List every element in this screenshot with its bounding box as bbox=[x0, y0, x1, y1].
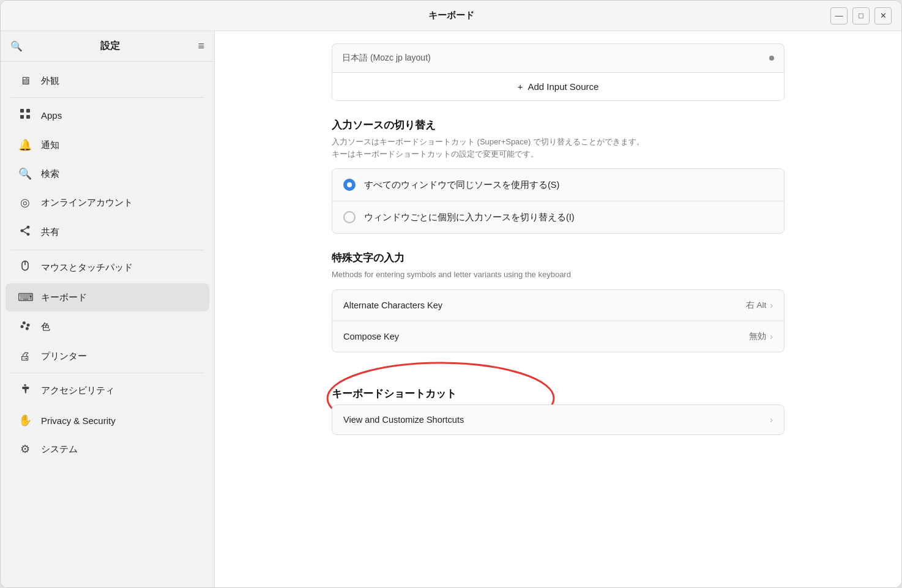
compose-key-label: Compose Key bbox=[343, 332, 399, 341]
mouse-icon bbox=[18, 260, 32, 275]
sidebar-item-accessibility[interactable]: アクセシビリティ bbox=[6, 376, 209, 406]
sidebar-item-label: システム bbox=[41, 444, 78, 455]
sidebar-item-label: Apps bbox=[41, 110, 62, 121]
special-chars-card: Alternate Characters Key 右 Alt › Compose… bbox=[332, 289, 785, 352]
svg-point-8 bbox=[27, 324, 30, 327]
sidebar-title: 設定 bbox=[30, 40, 190, 53]
sidebar-item-sharing[interactable]: 共有 bbox=[6, 217, 209, 247]
window-title: キーボード bbox=[72, 10, 830, 21]
radio-option-per-window[interactable]: ウィンドウごとに個別に入力ソースを切り替える(I) bbox=[332, 201, 784, 233]
shortcuts-card: View and Customize Shortcuts › bbox=[332, 404, 785, 435]
compose-key-value-row: 無効 › bbox=[749, 331, 773, 342]
sidebar-item-label: キーボード bbox=[41, 292, 87, 303]
sidebar-item-notifications[interactable]: 🔔 通知 bbox=[6, 131, 209, 159]
online-accounts-icon: ◎ bbox=[18, 196, 32, 209]
sidebar-item-label: 共有 bbox=[41, 226, 59, 238]
radio-label-per-window: ウィンドウごとに個別に入力ソースを切り替える(I) bbox=[364, 212, 575, 223]
add-input-source-button[interactable]: + Add Input Source bbox=[332, 72, 785, 101]
add-icon: + bbox=[518, 81, 523, 92]
notifications-icon: 🔔 bbox=[18, 138, 32, 152]
input-source-name: 日本語 (Mozc jp layout) bbox=[342, 53, 431, 64]
input-switch-heading: 入力ソースの切り替え bbox=[332, 118, 785, 132]
radio-circle-per-window bbox=[343, 211, 356, 223]
sidebar-item-label: オンラインアカウント bbox=[41, 197, 133, 209]
compose-key-value: 無効 bbox=[749, 331, 766, 342]
search-nav-icon: 🔍 bbox=[18, 167, 32, 180]
sidebar-item-appearance[interactable]: 🖥 外観 bbox=[6, 67, 209, 95]
sidebar-item-online-accounts[interactable]: ◎ オンラインアカウント bbox=[6, 188, 209, 217]
minimize-button[interactable]: — bbox=[830, 7, 848, 24]
privacy-icon: ✋ bbox=[18, 414, 32, 427]
sidebar-item-keyboard[interactable]: ⌨ キーボード bbox=[6, 283, 209, 311]
input-source-dot bbox=[769, 56, 774, 61]
alternate-characters-row[interactable]: Alternate Characters Key 右 Alt › bbox=[332, 290, 784, 321]
sidebar-item-label: アクセシビリティ bbox=[41, 385, 114, 396]
sidebar: 🔍 設定 ≡ 🖥 外観 bbox=[1, 31, 215, 587]
svg-point-7 bbox=[23, 321, 26, 324]
close-button[interactable]: ✕ bbox=[874, 7, 892, 24]
alternate-characters-value: 右 Alt bbox=[746, 300, 767, 311]
content-area: 🔍 設定 ≡ 🖥 外観 bbox=[1, 31, 901, 587]
apps-icon bbox=[18, 108, 32, 123]
input-switch-description: 入力ソースはキーボードショートカット (Super+Space) で切り替えるこ… bbox=[332, 136, 785, 160]
sharing-icon bbox=[18, 225, 32, 240]
maximize-button[interactable]: □ bbox=[852, 7, 870, 24]
main-content: 日本語 (Mozc jp layout) + Add Input Source … bbox=[215, 31, 901, 587]
shortcuts-section: キーボードショートカット View and Customize Shortcut… bbox=[332, 370, 785, 442]
alternate-characters-label: Alternate Characters Key bbox=[343, 300, 442, 310]
main-inner: 日本語 (Mozc jp layout) + Add Input Source … bbox=[307, 43, 809, 467]
input-source-row: 日本語 (Mozc jp layout) bbox=[332, 43, 785, 72]
sidebar-item-label: 検索 bbox=[41, 168, 59, 180]
menu-icon[interactable]: ≡ bbox=[198, 40, 204, 53]
svg-point-6 bbox=[21, 325, 24, 328]
svg-point-10 bbox=[24, 384, 26, 386]
system-icon: ⚙ bbox=[18, 442, 32, 456]
settings-window: キーボード — □ ✕ 🔍 設定 ≡ 🖥 外観 bbox=[0, 0, 902, 588]
search-icon[interactable]: 🔍 bbox=[10, 40, 23, 52]
chevron-icon-2: › bbox=[770, 332, 773, 341]
sidebar-item-label: マウスとタッチパッド bbox=[41, 262, 133, 274]
divider-3 bbox=[10, 373, 204, 373]
add-input-source-label: Add Input Source bbox=[527, 81, 598, 92]
sidebar-item-system[interactable]: ⚙ システム bbox=[6, 435, 209, 463]
radio-option-same-source[interactable]: すべてのウィンドウで同じソースを使用する(S) bbox=[332, 169, 784, 201]
accessibility-icon bbox=[18, 383, 32, 398]
divider-2 bbox=[10, 250, 204, 250]
sidebar-item-color[interactable]: 色 bbox=[6, 312, 209, 342]
sidebar-header: 🔍 設定 ≡ bbox=[1, 31, 214, 62]
input-switch-options: すべてのウィンドウで同じソースを使用する(S) ウィンドウごとに個別に入力ソース… bbox=[332, 168, 785, 234]
sidebar-item-apps[interactable]: Apps bbox=[6, 100, 209, 130]
appearance-icon: 🖥 bbox=[18, 75, 32, 87]
special-chars-heading: 特殊文字の入力 bbox=[332, 251, 785, 265]
svg-point-9 bbox=[26, 327, 29, 330]
color-icon bbox=[18, 319, 32, 335]
shortcuts-heading: キーボードショートカット bbox=[332, 387, 785, 401]
shortcuts-wrapper: キーボードショートカット View and Customize Shortcut… bbox=[332, 370, 785, 440]
sidebar-item-search[interactable]: 🔍 検索 bbox=[6, 160, 209, 188]
compose-key-row[interactable]: Compose Key 無効 › bbox=[332, 321, 784, 352]
sidebar-item-mouse-touchpad[interactable]: マウスとタッチパッド bbox=[6, 253, 209, 283]
sidebar-item-label: 色 bbox=[41, 321, 50, 333]
svg-rect-3 bbox=[26, 115, 30, 119]
titlebar: キーボード — □ ✕ bbox=[1, 1, 901, 31]
sidebar-items: 🖥 外観 Apps bbox=[1, 62, 214, 469]
view-customize-shortcuts-row[interactable]: View and Customize Shortcuts › bbox=[332, 405, 784, 434]
radio-label-same-source: すべてのウィンドウで同じソースを使用する(S) bbox=[364, 179, 559, 191]
sidebar-item-privacy-security[interactable]: ✋ Privacy & Security bbox=[6, 406, 209, 434]
divider-1 bbox=[10, 97, 204, 98]
svg-rect-2 bbox=[20, 115, 24, 119]
svg-rect-1 bbox=[26, 109, 30, 113]
chevron-icon: › bbox=[770, 300, 773, 310]
sidebar-item-label: 外観 bbox=[41, 75, 59, 87]
view-customize-shortcuts-label: View and Customize Shortcuts bbox=[343, 415, 464, 425]
sidebar-item-label: 通知 bbox=[41, 140, 59, 151]
sidebar-item-label: プリンター bbox=[41, 351, 87, 362]
window-controls: — □ ✕ bbox=[830, 7, 892, 24]
keyboard-icon: ⌨ bbox=[18, 291, 32, 304]
radio-circle-same-source bbox=[343, 179, 356, 191]
alternate-characters-value-row: 右 Alt › bbox=[746, 300, 773, 311]
svg-rect-0 bbox=[20, 109, 24, 113]
sidebar-item-label: Privacy & Security bbox=[41, 415, 116, 426]
printer-icon: 🖨 bbox=[18, 350, 32, 363]
sidebar-item-printer[interactable]: 🖨 プリンター bbox=[6, 343, 209, 370]
